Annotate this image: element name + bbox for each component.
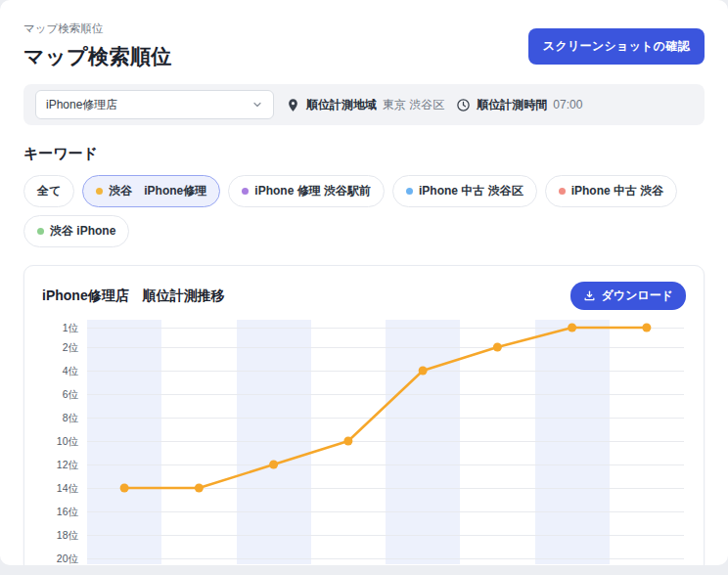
data-point[interactable]	[120, 484, 129, 493]
keyword-chip-list: 全て渋谷 iPhone修理iPhone 修理 渋谷駅前iPhone 中古 渋谷区…	[23, 175, 705, 247]
data-point[interactable]	[269, 461, 278, 469]
keyword-color-dot-icon	[406, 188, 413, 195]
keyword-chip-3[interactable]: iPhone 中古 渋谷区	[392, 175, 537, 207]
data-point[interactable]	[568, 324, 576, 332]
y-axis-tick-label: 14位	[42, 482, 78, 496]
chart-gridline	[87, 558, 684, 559]
y-axis-tick-label: 6位	[42, 388, 78, 402]
data-point[interactable]	[419, 367, 428, 376]
download-label: ダウンロード	[602, 288, 673, 304]
keyword-color-dot-icon	[242, 188, 249, 195]
download-button[interactable]: ダウンロード	[570, 282, 686, 310]
clock-icon	[456, 98, 471, 112]
y-axis-tick-label: 4位	[42, 365, 78, 378]
store-select[interactable]: iPhone修理店	[35, 90, 274, 119]
keyword-chip-label: iPhone 中古 渋谷	[571, 183, 664, 199]
keyword-chip-label: 全て	[37, 183, 61, 199]
card-header: iPhone修理店 順位計測推移 ダウンロード	[42, 282, 686, 310]
rank-trend-card: iPhone修理店 順位計測推移 ダウンロード 1位2位4位6位8位10位12位…	[23, 265, 705, 565]
trend-line	[124, 328, 647, 488]
keywords-section: キーワード 全て渋谷 iPhone修理iPhone 修理 渋谷駅前iPhone …	[23, 145, 705, 247]
store-select-value: iPhone修理店	[46, 97, 117, 113]
keyword-chip-4[interactable]: iPhone 中古 渋谷	[545, 175, 678, 207]
time-value: 07:00	[553, 98, 582, 111]
keyword-chip-5[interactable]: 渋谷 iPhone	[23, 215, 129, 247]
y-axis-tick-label: 8位	[42, 412, 78, 425]
keyword-chip-label: 渋谷 iPhone	[50, 223, 115, 240]
rank-chart: 1位2位4位6位8位10位12位14位16位18位20位01月/202202月/…	[42, 320, 686, 565]
keyword-chip-0[interactable]: 全て	[23, 175, 74, 207]
keyword-chip-2[interactable]: iPhone 修理 渋谷駅前	[228, 175, 385, 207]
location-pin-icon	[286, 98, 300, 112]
data-point[interactable]	[642, 324, 651, 332]
y-axis-tick-label: 20位	[42, 553, 78, 565]
data-point[interactable]	[493, 343, 502, 352]
time-label: 順位計測時間	[477, 97, 547, 113]
page-title: マップ検索順位	[23, 43, 172, 70]
download-icon	[583, 289, 596, 302]
map-rank-page: マップ検索順位 マップ検索順位 スクリーンショットの確認 iPhone修理店 順…	[0, 0, 728, 565]
keyword-chip-label: 渋谷 iPhone修理	[109, 183, 206, 199]
filter-bar: iPhone修理店 順位計測地域 東京 渋谷区 順位計測時間 07:00	[23, 84, 705, 125]
time-group: 順位計測時間 07:00	[456, 97, 582, 113]
keyword-chip-label: iPhone 修理 渋谷駅前	[254, 183, 371, 199]
region-group: 順位計測地域 東京 渋谷区	[286, 97, 444, 113]
y-axis-tick-label: 1位	[42, 322, 78, 335]
data-point[interactable]	[343, 437, 352, 446]
page-header: マップ検索順位 マップ検索順位 スクリーンショットの確認	[0, 0, 728, 80]
y-axis-tick-label: 12位	[42, 459, 78, 472]
y-axis-tick-label: 2位	[42, 341, 78, 355]
keyword-color-dot-icon	[559, 188, 566, 195]
title-block: マップ検索順位 マップ検索順位	[23, 22, 172, 70]
y-axis-tick-label: 18位	[42, 529, 78, 543]
y-axis-tick-label: 16位	[42, 506, 78, 519]
y-axis-tick-label: 10位	[42, 435, 78, 449]
keywords-title: キーワード	[23, 145, 705, 163]
region-value: 東京 渋谷区	[383, 97, 444, 113]
trend-line-plot	[87, 328, 684, 558]
screenshot-confirm-button[interactable]: スクリーンショットの確認	[528, 28, 705, 65]
keyword-chip-1[interactable]: 渋谷 iPhone修理	[82, 175, 220, 207]
chevron-down-icon	[251, 99, 263, 111]
region-label: 順位計測地域	[306, 97, 377, 113]
chart-title: iPhone修理店 順位計測推移	[42, 288, 225, 305]
keyword-chip-label: iPhone 中古 渋谷区	[419, 183, 523, 199]
keyword-color-dot-icon	[96, 188, 103, 195]
keyword-color-dot-icon	[37, 228, 44, 235]
data-point[interactable]	[195, 484, 204, 493]
breadcrumb: マップ検索順位	[23, 22, 172, 36]
